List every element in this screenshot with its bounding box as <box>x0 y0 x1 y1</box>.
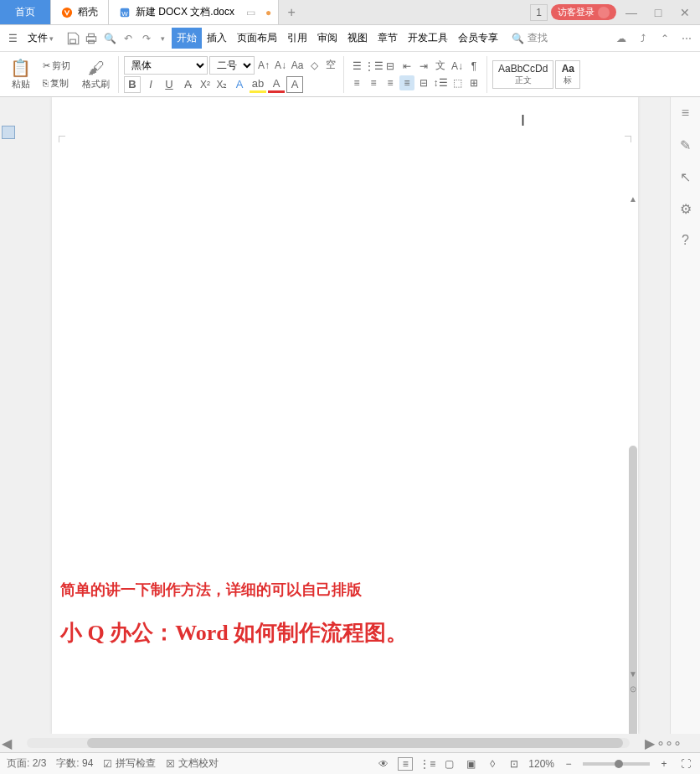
zoom-level[interactable]: 120% <box>528 758 554 770</box>
presentation-icon[interactable]: ▭ <box>246 7 255 18</box>
tab-add[interactable]: + <box>279 0 304 24</box>
document-text-line1[interactable]: 简单的讲一下制作方法，详细的可以自己排版 <box>60 580 362 600</box>
format-painter-button[interactable]: 🖌 格式刷 <box>77 57 115 92</box>
ribbon-tab-devtools[interactable]: 开发工具 <box>403 28 453 49</box>
multilevel-button[interactable]: ⊟ <box>383 59 398 74</box>
side-pen-icon[interactable]: ✎ <box>677 136 695 154</box>
save-icon[interactable] <box>65 31 80 46</box>
view-page-icon[interactable]: ≡ <box>398 757 413 771</box>
text-direction-button[interactable]: 文 <box>433 59 448 74</box>
underline-button[interactable]: U <box>161 76 178 93</box>
ribbon-tab-layout[interactable]: 页面布局 <box>232 28 282 49</box>
style-heading[interactable]: Aa 标 <box>555 60 580 89</box>
window-maximize[interactable]: □ <box>646 6 670 19</box>
side-collapse-icon[interactable]: ≡ <box>677 104 695 122</box>
ribbon-tab-member[interactable]: 会员专享 <box>453 28 503 49</box>
file-menu[interactable]: 文件▾ <box>23 31 60 45</box>
grow-font-icon[interactable]: A↑ <box>256 58 271 73</box>
italic-button[interactable]: I <box>142 76 159 93</box>
nav-thumbnail-icon[interactable] <box>2 126 15 139</box>
window-minimize[interactable]: — <box>620 6 643 19</box>
align-justify-button[interactable]: ≡ <box>399 75 414 90</box>
text-effects-button[interactable]: A <box>231 76 248 93</box>
scroll-track[interactable] <box>27 738 630 748</box>
undo-icon[interactable]: ↶ <box>121 31 136 46</box>
scroll-down-button[interactable]: ▼ <box>626 669 640 679</box>
redo-icon[interactable]: ↷ <box>139 31 154 46</box>
collapse-ribbon-icon[interactable]: ⌃ <box>656 33 673 44</box>
view-read-icon[interactable]: ▢ <box>441 758 456 770</box>
bullets-button[interactable]: ☰ <box>349 59 364 74</box>
sort-button[interactable]: A↓ <box>450 59 465 74</box>
font-color-button[interactable]: A <box>268 76 285 93</box>
status-words[interactable]: 字数: 94 <box>56 756 93 771</box>
highlight-button[interactable]: ab <box>250 76 266 93</box>
zoom-thumb[interactable] <box>615 760 623 768</box>
scroll-options-button[interactable]: ⊙ <box>626 684 640 694</box>
char-border-button[interactable]: A <box>286 76 303 93</box>
ribbon-tab-reference[interactable]: 引用 <box>282 28 312 49</box>
indent-right-button[interactable]: ⇥ <box>416 59 431 74</box>
shading-button[interactable]: ⬚ <box>450 75 465 90</box>
view-focus-icon[interactable]: ◊ <box>485 758 500 770</box>
indent-left-button[interactable]: ⇤ <box>399 59 414 74</box>
scroll-more-button[interactable]: ∘∘∘ <box>656 735 670 751</box>
borders-button[interactable]: ⊞ <box>466 75 481 90</box>
ribbon-tab-insert[interactable]: 插入 <box>202 28 232 49</box>
print-preview-icon[interactable]: 🔍 <box>102 31 117 46</box>
eye-icon[interactable]: 👁 <box>376 758 391 770</box>
side-help-icon[interactable]: ? <box>677 231 695 250</box>
numbering-button[interactable]: ⋮☰ <box>366 59 381 74</box>
change-case-icon[interactable]: Aa <box>290 58 305 73</box>
scroll-right-button[interactable]: ▶ <box>643 735 656 751</box>
zoom-slider[interactable] <box>583 762 650 766</box>
subscript-button[interactable]: X₂ <box>214 77 229 92</box>
paste-button[interactable]: 📋 粘贴 <box>5 56 36 92</box>
superscript-button[interactable]: X² <box>198 77 213 92</box>
ribbon-tab-start[interactable]: 开始 <box>172 28 202 49</box>
print-icon[interactable] <box>84 31 99 46</box>
tab-counter[interactable]: 1 <box>530 4 548 21</box>
line-spacing-button[interactable]: ↕☰ <box>433 75 448 90</box>
document-text-line2[interactable]: 小 Q 办公：Word 如何制作流程图。 <box>60 618 408 648</box>
side-select-icon[interactable]: ↖ <box>677 168 695 186</box>
align-distribute-button[interactable]: ⊟ <box>416 75 431 90</box>
sync-icon[interactable]: ☁ <box>613 33 630 44</box>
zoom-out-button[interactable]: − <box>561 758 576 770</box>
align-right-button[interactable]: ≡ <box>383 75 398 90</box>
document-page[interactable]: 简单的讲一下制作方法，详细的可以自己排版 小 Q 办公：Word 如何制作流程图… <box>52 97 638 734</box>
clear-format-icon[interactable]: ◇ <box>306 58 322 73</box>
status-spellcheck[interactable]: ☑拼写检查 <box>103 756 156 771</box>
fullscreen-icon[interactable]: ⛶ <box>678 758 693 770</box>
ribbon-tab-review[interactable]: 审阅 <box>312 28 342 49</box>
show-marks-button[interactable]: ¶ <box>466 59 481 74</box>
view-web-icon[interactable]: ▣ <box>463 758 478 770</box>
ribbon-tab-view[interactable]: 视图 <box>342 28 373 49</box>
phonetic-icon[interactable]: 空 <box>323 58 338 73</box>
side-settings-icon[interactable]: ⚙ <box>677 199 695 218</box>
align-center-button[interactable]: ≡ <box>366 75 381 90</box>
copy-button[interactable]: ⎘复制 <box>39 75 74 91</box>
shrink-font-icon[interactable]: A↓ <box>273 58 288 73</box>
app-menu-icon[interactable]: ☰ <box>5 33 21 44</box>
bold-button[interactable]: B <box>124 76 141 93</box>
font-size-select[interactable]: 二号 <box>209 56 255 75</box>
vertical-scrollbar[interactable]: ▲ ▼ ⊙ <box>626 194 640 694</box>
fit-icon[interactable]: ⊡ <box>507 758 522 770</box>
strikethrough-button[interactable]: A̶ <box>179 76 196 93</box>
login-button[interactable]: 访客登录 <box>551 4 616 20</box>
cut-button[interactable]: ✂剪切 <box>39 58 74 74</box>
status-page[interactable]: 页面: 2/3 <box>7 756 46 771</box>
scroll-left-button[interactable]: ◀ <box>0 735 13 751</box>
scroll-thumb[interactable] <box>87 738 623 748</box>
scroll-up-button[interactable]: ▲ <box>626 194 640 204</box>
tab-document[interactable]: W 新建 DOCX 文档.docx ▭ ● <box>109 0 279 24</box>
status-proof[interactable]: ☒文档校对 <box>166 756 219 771</box>
style-normal[interactable]: AaBbCcDd 正文 <box>492 60 553 89</box>
align-left-button[interactable]: ≡ <box>349 75 364 90</box>
zoom-in-button[interactable]: + <box>656 758 672 770</box>
font-name-select[interactable]: 黑体 <box>124 56 208 75</box>
tab-home[interactable]: 首页 <box>0 0 51 24</box>
search-box[interactable]: 🔍 查找 <box>512 31 548 45</box>
tab-daoke[interactable]: 稻壳 <box>51 0 109 24</box>
